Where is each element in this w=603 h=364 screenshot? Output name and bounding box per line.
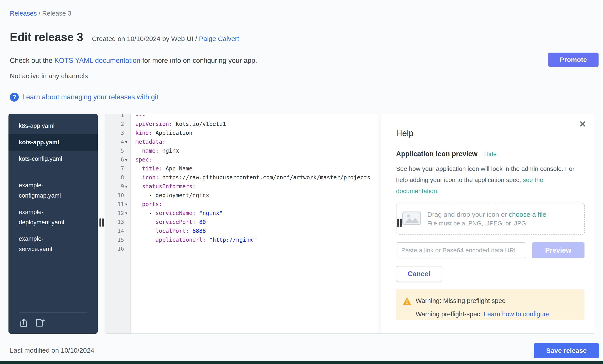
title-row: Edit release 3 Created on 10/10/2024 by … [10,30,239,44]
close-icon[interactable]: ✕ [579,120,586,129]
gutter-line[interactable]: 6▾ [105,155,130,164]
yaml-editor: 1234▾56▾789▾1011▾12▾13141516 ---apiVersi… [105,114,595,334]
breadcrumb: Releases / Release 3 [10,10,71,17]
bottom-strip [0,361,603,364]
gutter-line[interactable]: 9▾ [105,182,130,191]
gutter-line[interactable]: 2 [105,120,130,129]
help-resize-handle[interactable] [397,219,402,227]
warning-icon [402,297,412,306]
breadcrumb-current: Release 3 [42,10,71,17]
git-releases-link[interactable]: Learn about managing your releases with … [22,93,158,101]
fold-arrow-icon[interactable]: ▾ [124,182,130,191]
gutter-line[interactable]: 3 [105,129,130,137]
configure-preflight-link[interactable]: Learn how to configure [484,310,549,318]
file-tree-item-example-service-yaml[interactable]: example-service.yaml [9,231,98,257]
fold-arrow-icon[interactable]: ▾ [124,200,130,209]
gutter-line[interactable]: 15 [105,235,130,244]
git-help-row[interactable]: ? Learn about managing your releases wit… [10,93,158,102]
gutter-line[interactable]: 1 [105,114,130,120]
fold-arrow-icon[interactable]: ▾ [124,137,130,146]
help-title: Help [396,129,413,138]
hide-link[interactable]: Hide [484,151,497,158]
preview-button[interactable]: Preview [532,242,584,258]
help-description-period: . [437,188,439,195]
gutter-line[interactable]: 4▾ [105,137,130,146]
page-title: Edit release 3 [10,30,83,44]
channel-status: Not active in any channels [10,72,88,80]
file-tree-item-kots-app-yaml[interactable]: kots-app.yaml [9,134,98,151]
gutter-line[interactable]: 7 [105,164,130,173]
dropzone-file-types: File must be a .PNG, .JPEG, or .JPG [427,220,546,227]
docs-line: Check out the KOTS YAML documentation fo… [10,56,257,65]
gutter-line[interactable]: 13 [105,218,130,227]
warning-title: Warning: Missing preflight spec [416,297,549,305]
author-link[interactable]: Paige Calvert [199,35,239,42]
sidebar-resize-handle[interactable] [99,218,104,227]
file-tree-item-kots-config-yaml[interactable]: kots-config.yaml [9,151,98,167]
docs-text-before: Check out the [10,56,54,64]
gutter-line[interactable]: 14 [105,227,130,235]
file-tree-divider [11,172,95,172]
icon-url-row: Preview [396,242,584,258]
upload-file-icon[interactable] [19,318,29,328]
gutter-line[interactable]: 8 [105,173,130,182]
choose-file-link[interactable]: choose a file [509,211,546,218]
file-tree-footer [9,312,98,334]
save-release-button[interactable]: Save release [534,343,599,358]
new-file-icon[interactable] [35,318,45,328]
fold-arrow-icon[interactable]: ▾ [124,209,130,218]
file-tree-item-example-deployment-yaml[interactable]: example-deployment.yaml [9,204,98,231]
created-text: Created on 10/10/2024 by Web UI / [92,35,199,42]
dropzone-main-text: Drag and drop your icon or [427,211,509,218]
icon-preview-section: Application icon preview Hide [396,150,584,158]
warning-detail: Warning preflight-spec. Learn how to con… [416,310,549,318]
promote-button[interactable]: Promote [548,53,599,67]
icon-dropzone[interactable]: Drag and drop your icon or choose a file… [396,203,585,235]
help-description: See how your application icon will look … [396,163,585,197]
question-icon: ? [10,93,19,102]
icon-preview-title: Application icon preview [396,150,477,158]
created-info: Created on 10/10/2024 by Web UI / Paige … [92,35,239,43]
file-tree-items: k8s-app.yamlkots-app.yamlkots-config.yam… [9,114,98,257]
fold-arrow-icon[interactable]: ▾ [124,155,130,164]
file-tree-item-example-configmap-yaml[interactable]: example-configmap.yaml [9,177,98,204]
editor-gutter: 1234▾56▾789▾1011▾12▾13141516 [105,114,131,333]
docs-text-after: for more info on configuring your app. [140,56,257,64]
last-modified: Last modified on 10/10/2024 [10,347,94,354]
warning-detail-text: Warning preflight-spec. [416,310,484,318]
file-tree-footer-divider [19,312,87,313]
gutter-line[interactable]: 16 [105,244,130,253]
dropzone-text: Drag and drop your icon or choose a file… [427,211,546,227]
gutter-line[interactable]: 5 [105,146,130,155]
warning-text: Warning: Missing preflight spec Warning … [416,297,549,318]
icon-url-input[interactable] [396,242,526,258]
file-tree: k8s-app.yamlkots-app.yamlkots-config.yam… [9,114,98,334]
preflight-warning: Warning: Missing preflight spec Warning … [396,289,584,320]
kots-yaml-docs-link[interactable]: KOTS YAML documentation [54,56,140,64]
gutter-line[interactable]: 11▾ [105,200,130,209]
release-workspace: k8s-app.yamlkots-app.yamlkots-config.yam… [9,114,595,334]
cancel-button[interactable]: Cancel [396,266,442,282]
breadcrumb-releases-link[interactable]: Releases [10,10,37,17]
gutter-line[interactable]: 10 [105,191,130,200]
help-panel: ✕ Help Application icon preview Hide See… [381,114,595,333]
help-description-text: See how your application icon will look … [396,165,574,183]
gutter-line[interactable]: 12▾ [105,209,130,218]
breadcrumb-separator: / [37,10,42,17]
image-placeholder-icon [402,211,421,226]
file-tree-item-k8s-app-yaml[interactable]: k8s-app.yaml [9,118,98,134]
